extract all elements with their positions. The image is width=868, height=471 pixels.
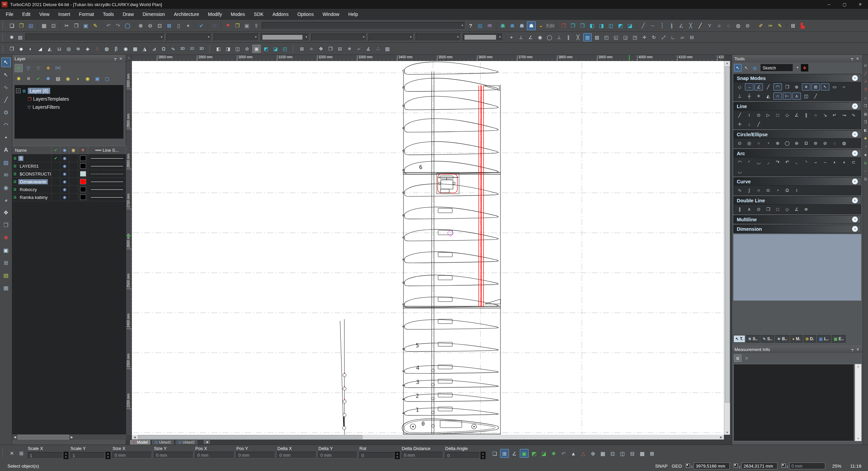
multiline-icon[interactable]: ≀ <box>745 111 753 119</box>
3d-bolt-icon[interactable]: β <box>112 45 120 53</box>
rectangle-icon[interactable]: □ <box>773 111 782 119</box>
corner-a-icon[interactable]: ◩ <box>530 449 538 458</box>
chamfer-icon[interactable]: ∿ <box>849 111 858 119</box>
menu-item[interactable]: Architecture <box>170 10 204 19</box>
address-book-icon[interactable]: ▤ <box>476 21 485 30</box>
3d-spline-icon[interactable]: 3D <box>197 45 206 53</box>
intersection-snap-icon[interactable]: ✕ <box>802 83 810 90</box>
cut-icon[interactable]: ✂ <box>62 21 71 30</box>
pin-icon[interactable]: ┯ <box>849 57 855 61</box>
palette-manager-icon[interactable]: ❖ <box>801 64 808 71</box>
redo-icon[interactable]: ↷ <box>114 21 122 30</box>
menu-item[interactable]: Format <box>75 10 98 19</box>
redline-flag-icon[interactable]: ⚑ <box>223 21 232 30</box>
refresh-icon[interactable]: ⟳ <box>15 64 23 72</box>
layer-linestyle-sample[interactable] <box>91 182 123 182</box>
view-cube-icon[interactable]: ❒ <box>578 21 587 30</box>
workplane-cube-icon[interactable]: ❒ <box>559 21 568 30</box>
horizontal-ruler[interactable]: 2800 mm2900 mm3000 mm3100 mm3200 mm3300 … <box>132 55 724 61</box>
3d-mesh-icon[interactable]: ▦ <box>131 45 139 53</box>
arc-quarter-icon[interactable]: ◟ <box>792 159 801 166</box>
collapse-chevron-icon[interactable]: « <box>852 131 858 137</box>
polygon-center-icon[interactable]: ⊙ <box>754 111 763 119</box>
arc-tangent-icon[interactable]: ◝ <box>802 159 810 166</box>
apply-icon[interactable]: ✔ <box>34 75 42 83</box>
arc-extra-icon[interactable]: ◡ <box>735 168 744 175</box>
fit-array-icon[interactable]: ⊟ <box>336 45 344 53</box>
close-icon[interactable]: ✕ <box>855 347 861 352</box>
3d-pyramid-icon[interactable]: ◮ <box>140 45 149 53</box>
text-tool-icon[interactable]: A <box>1 145 11 155</box>
spar-template[interactable] <box>340 319 346 435</box>
settings-gear-icon[interactable]: ✱ <box>7 33 16 41</box>
zoom-extents-icon[interactable]: ⊠ <box>165 21 174 30</box>
menu-item[interactable]: Modes <box>226 10 250 19</box>
select-new-icon[interactable]: ✱ <box>44 75 52 83</box>
spinner-control[interactable]: ▲▼ <box>395 452 400 459</box>
fill-preview-icon[interactable]: ▣ <box>520 449 529 458</box>
no-grid-icon[interactable]: ▦ <box>598 449 607 458</box>
3d-box-icon[interactable]: ❒ <box>7 45 16 53</box>
toolbar-grip[interactable] <box>2 45 5 53</box>
plane-snap-icon[interactable]: ◭ <box>764 93 772 100</box>
tree-item-label[interactable]: LayersFilters <box>33 104 60 110</box>
minimize-button[interactable]: ─ <box>821 0 837 9</box>
horizontal-scrollbar[interactable]: ◀ ▶ <box>132 435 724 439</box>
tab-scroll-left-icon[interactable]: ◀ <box>203 439 211 445</box>
array-rect-icon[interactable]: ⊞ <box>298 45 306 53</box>
copy-array-icon[interactable]: ❒ <box>326 45 335 53</box>
scrollbar-thumb[interactable] <box>725 66 730 403</box>
array-polar-icon[interactable]: ✥ <box>317 45 325 53</box>
spar-marking-lines[interactable] <box>479 85 484 307</box>
delta-icon[interactable]: △ <box>579 449 588 458</box>
layer-row[interactable]: ≣LAYER01 ◉ <box>12 162 126 170</box>
layer-row[interactable]: ≣Roboczy ◉ <box>12 186 126 193</box>
linestyle-column-header[interactable]: Line S... <box>88 146 126 154</box>
3d-rod-icon[interactable]: ⌇ <box>93 45 101 53</box>
undo-icon[interactable]: ↶ <box>104 21 113 30</box>
view-cube-icon[interactable]: ◧ <box>588 21 596 30</box>
open-palette-icon[interactable]: ❐ <box>233 21 242 30</box>
hatch-combo[interactable]: ▼ <box>311 34 367 41</box>
tangent-from-snap-icon[interactable]: ⊢ <box>783 93 791 100</box>
sheet-tab[interactable]: ❖ Model <box>130 439 151 445</box>
dock-tab[interactable]: ✎ S.. <box>761 335 774 343</box>
visible-off-icon[interactable]: ◑ <box>74 75 82 83</box>
layer-combo[interactable]: ▼ <box>25 34 164 41</box>
close-icon[interactable]: ✕ <box>118 57 123 61</box>
menu-item[interactable]: Modify <box>203 10 226 19</box>
toolbar-grip[interactable] <box>209 45 212 53</box>
bezier-icon[interactable]: ʃ <box>745 187 753 194</box>
visibility-eye-icon[interactable]: ◉ <box>63 179 66 184</box>
3d-cone-icon[interactable]: ◢ <box>36 45 44 53</box>
sheet-tab[interactable]: ▤ Układ2 <box>175 439 198 445</box>
circle-icon[interactable]: ○ <box>754 140 763 147</box>
no-snap-icon[interactable]: ◇ <box>735 83 744 90</box>
menu-item[interactable]: Draw <box>118 10 138 19</box>
gear-icon[interactable]: ✱ <box>1 233 11 243</box>
tree-item-label[interactable]: LayersTemplates <box>33 96 69 102</box>
field-input[interactable]: 1 <box>28 452 63 459</box>
dim-style-combo[interactable]: ▼ <box>416 34 461 41</box>
menu-item[interactable]: Insert <box>54 10 75 19</box>
ellipse-arc-icon[interactable]: ◌ <box>830 140 839 147</box>
lock-cell[interactable] <box>69 155 78 162</box>
spinner-control[interactable]: ▲▼ <box>63 452 68 459</box>
menu-item[interactable]: View <box>35 10 54 19</box>
circle-concentric-icon[interactable]: ◎ <box>745 140 753 147</box>
render-icon[interactable]: ◕ <box>1 196 11 205</box>
parallel-line-icon[interactable]: ∥ <box>802 111 810 119</box>
braces-filter-icon[interactable]: {✳} <box>54 64 62 72</box>
layer-linestyle-sample[interactable] <box>91 174 123 174</box>
lock-cell[interactable] <box>69 186 78 193</box>
group-tool-icon[interactable]: ⊞ <box>1 258 11 268</box>
arc-concave-icon[interactable]: ◡ <box>754 159 763 166</box>
node-cursor-icon[interactable]: ↖ <box>743 64 750 71</box>
dock-tab[interactable]: ● M. <box>790 335 803 343</box>
view-cube-icon[interactable]: ◩ <box>616 21 625 30</box>
layer-row[interactable]: ≣0 ✔ ◉ <box>12 155 126 162</box>
tangent-to-arc-icon[interactable]: ↘ <box>821 111 829 119</box>
field-input[interactable]: 0 mm <box>236 452 275 458</box>
solid-cut-icon[interactable]: ◰ <box>281 45 289 53</box>
hatch-small-icon[interactable]: ▩ <box>638 449 647 458</box>
